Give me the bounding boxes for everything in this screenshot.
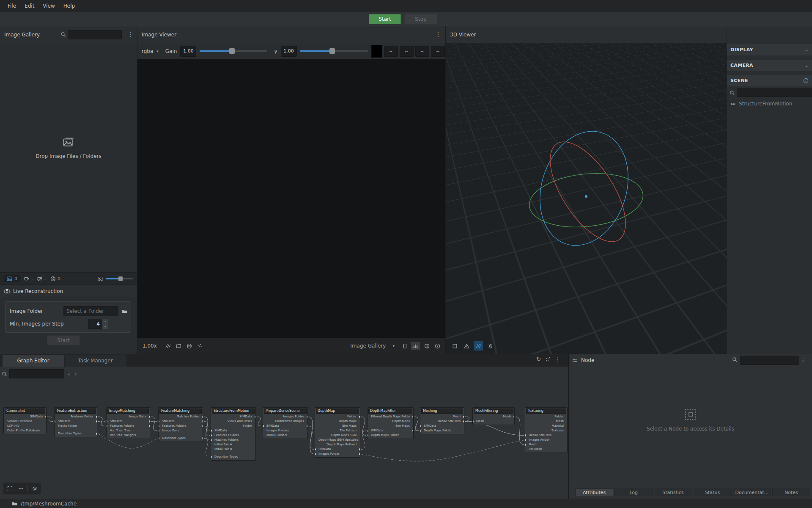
- menu-view[interactable]: View: [38, 2, 59, 10]
- gamma-slider[interactable]: [300, 50, 368, 52]
- chevron-down-icon[interactable]: ▾: [392, 344, 395, 348]
- node-tab-attributes[interactable]: Attributes: [575, 489, 613, 496]
- thumbnail-size-slider[interactable]: [106, 278, 133, 279]
- output-port-dot[interactable]: [96, 416, 97, 418]
- node-tab-documentat-[interactable]: Documentat...: [733, 489, 771, 496]
- node-tab-notes[interactable]: Notes: [772, 489, 810, 496]
- min-images-value[interactable]: [88, 319, 102, 329]
- output-port-dot[interactable]: [412, 430, 413, 432]
- output-port-dot[interactable]: [96, 433, 97, 435]
- output-port-dot[interactable]: [359, 416, 360, 418]
- unlink-icon[interactable]: [545, 356, 551, 362]
- gallery-drop-zone[interactable]: Drop Image Files / Folders: [0, 136, 137, 159]
- output-port-dot[interactable]: [202, 425, 203, 427]
- output-port-dot[interactable]: [307, 425, 307, 427]
- spin-down-icon[interactable]: ▾: [102, 324, 108, 329]
- scene-search-input[interactable]: [737, 88, 812, 97]
- node-panel-menu-icon[interactable]: ⋮: [798, 356, 809, 363]
- scene-item-structurefrommotion[interactable]: StructureFromMotion: [730, 99, 792, 108]
- tab-task-manager[interactable]: Task Manager: [65, 355, 126, 367]
- panorama-icon[interactable]: [184, 343, 195, 349]
- menu-file[interactable]: File: [3, 2, 20, 10]
- output-port-dot[interactable]: [513, 416, 514, 418]
- output-port-dot[interactable]: [255, 416, 255, 418]
- input-port-dot[interactable]: [159, 420, 159, 422]
- output-attribute-icon[interactable]: [399, 343, 409, 349]
- histogram-icon[interactable]: [411, 342, 420, 350]
- section-scene[interactable]: SCENE: [727, 75, 812, 86]
- gamma-value[interactable]: 1.00: [281, 46, 297, 57]
- slider-handle[interactable]: [118, 276, 123, 281]
- next-result-icon[interactable]: ›: [73, 371, 78, 377]
- input-port-dot[interactable]: [211, 430, 212, 432]
- min-images-stepper[interactable]: ▴ ▾: [88, 319, 108, 329]
- auto-layout-icon[interactable]: [15, 483, 26, 494]
- graph-node-PrepareDenseScene[interactable]: PrepareDenseSceneImages FolderUndistorte…: [263, 407, 308, 439]
- input-port-dot[interactable]: [263, 425, 264, 427]
- input-port-dot[interactable]: [473, 420, 474, 422]
- graph-menu-icon[interactable]: ⋮: [555, 356, 561, 362]
- bounding-box-icon[interactable]: [450, 341, 459, 351]
- input-port-dot[interactable]: [525, 444, 526, 446]
- input-port-dot[interactable]: [211, 439, 212, 441]
- aperture-stat[interactable]: 0: [50, 276, 60, 282]
- stop-button[interactable]: Stop: [404, 14, 437, 24]
- input-port-dot[interactable]: [525, 439, 526, 441]
- graph-node-FeatureMatching[interactable]: FeatureMatchingMatches FolderSfMDataFeat…: [158, 407, 203, 442]
- info-icon[interactable]: [432, 343, 443, 349]
- image-count-badge[interactable]: 0: [4, 275, 20, 282]
- input-port-dot[interactable]: [315, 453, 316, 455]
- input-port-dot[interactable]: [420, 430, 421, 432]
- input-port-dot[interactable]: [211, 456, 212, 458]
- channel-select[interactable]: rgba ▾: [142, 48, 159, 54]
- features-points-icon[interactable]: [195, 343, 205, 349]
- graph-settings-gear-icon[interactable]: [29, 483, 40, 494]
- visibility-eye-icon[interactable]: [730, 101, 736, 107]
- metadata-globe-icon[interactable]: [422, 343, 432, 349]
- input-port-dot[interactable]: [107, 425, 107, 427]
- output-port-dot[interactable]: [202, 420, 203, 422]
- viewer3d-canvas[interactable]: [446, 43, 727, 354]
- section-display[interactable]: DISPLAY ⌄: [727, 44, 812, 55]
- prev-result-icon[interactable]: ‹: [66, 371, 71, 377]
- input-port-dot[interactable]: [55, 420, 55, 422]
- output-port-dot[interactable]: [307, 416, 307, 418]
- gain-value[interactable]: 1.00: [180, 46, 196, 57]
- folder-icon[interactable]: [122, 309, 127, 314]
- output-port-dot[interactable]: [463, 416, 464, 418]
- node-search-input[interactable]: [740, 356, 799, 365]
- live-start-button[interactable]: Start: [47, 335, 80, 345]
- menu-help[interactable]: Help: [59, 2, 79, 10]
- graph-node-Texturing[interactable]: TexturingFolderMeshMaterialTexturesDense…: [525, 407, 568, 453]
- output-port-dot[interactable]: [149, 416, 150, 418]
- menu-edit[interactable]: Edit: [20, 2, 38, 10]
- tab-graph-editor[interactable]: Graph Editor: [3, 355, 64, 367]
- wireframe-icon[interactable]: [462, 341, 471, 351]
- gain-slider[interactable]: [200, 50, 267, 52]
- input-port-dot[interactable]: [368, 434, 368, 436]
- input-port-dot[interactable]: [159, 430, 159, 432]
- graph-node-DepthMapFilter[interactable]: DepthMapFilterFiltered Depth Maps Folder…: [367, 407, 414, 439]
- image-viewer-menu-icon[interactable]: ⋮: [433, 31, 444, 38]
- graph-search-input[interactable]: [9, 369, 64, 378]
- spin-up-icon[interactable]: ▴: [102, 319, 108, 324]
- fit-view-icon[interactable]: [4, 483, 15, 494]
- live-reconstruction-header[interactable]: Live Reconstruction: [0, 284, 137, 297]
- input-port-dot[interactable]: [159, 437, 159, 439]
- section-camera[interactable]: CAMERA ⌄: [727, 60, 812, 71]
- slider-handle[interactable]: [229, 48, 235, 54]
- camera-stat[interactable]: -: [24, 276, 33, 282]
- graph-node-StructureFromMotion[interactable]: StructureFromMotionSfMDataViews And Pose…: [211, 407, 256, 461]
- image-viewer-canvas[interactable]: [137, 59, 446, 338]
- graph-node-MeshFiltering[interactable]: MeshFilteringMeshMesh: [472, 407, 515, 425]
- source-selector[interactable]: Image Gallery: [350, 343, 386, 349]
- graph-node-FeatureExtraction[interactable]: FeatureExtractionFeatures FolderSfMDataM…: [54, 407, 97, 437]
- output-port-dot[interactable]: [96, 420, 97, 422]
- image-folder-input[interactable]: [63, 306, 118, 316]
- output-port-dot[interactable]: [463, 420, 464, 422]
- no-camera-stat[interactable]: -: [37, 276, 46, 282]
- output-port-dot[interactable]: [359, 453, 360, 455]
- output-port-dot[interactable]: [45, 416, 46, 418]
- input-port-dot[interactable]: [420, 425, 421, 427]
- gallery-search-input[interactable]: [68, 30, 122, 39]
